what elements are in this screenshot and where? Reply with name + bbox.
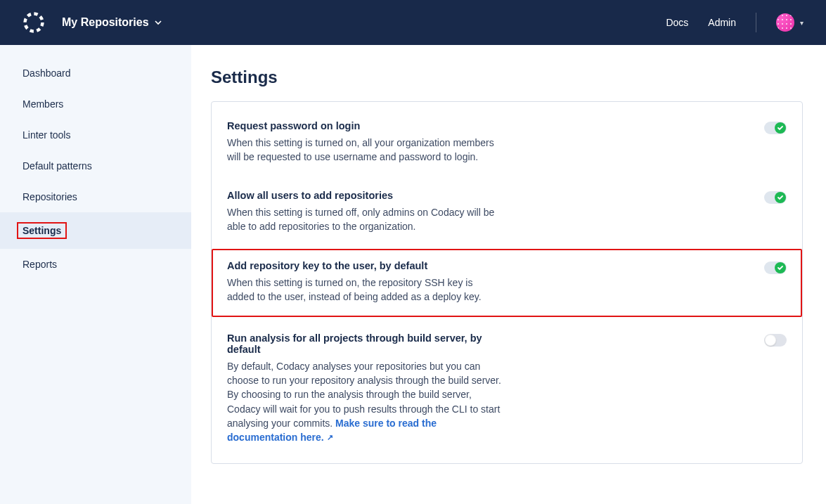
topbar-right: Docs Admin ▾ (666, 13, 804, 32)
main-content: Settings Request password on login When … (191, 45, 826, 504)
sidebar-item-settings[interactable]: Settings (0, 212, 191, 249)
page-title: Settings (211, 67, 806, 87)
setting-title: Allow all users to add repositories (227, 190, 501, 201)
toggle-knob (765, 335, 776, 346)
sidebar: Dashboard Members Linter tools Default p… (0, 45, 191, 504)
setting-title: Run analysis for all projects through bu… (227, 332, 501, 355)
repo-switcher-label: My Repositories (62, 16, 149, 29)
sidebar-item-repositories[interactable]: Repositories (0, 181, 191, 212)
sidebar-item-default-patterns[interactable]: Default patterns (0, 150, 191, 181)
setting-allow-add-repos: Allow all users to add repositories When… (212, 177, 802, 247)
toggle-request-password[interactable] (764, 122, 787, 134)
svg-point-0 (25, 14, 43, 32)
toggle-knob (775, 262, 786, 273)
user-menu[interactable]: ▾ (776, 13, 804, 32)
chevron-down-icon (155, 19, 162, 26)
setting-description: By default, Codacy analyses your reposit… (227, 359, 501, 445)
repo-switcher[interactable]: My Repositories (62, 16, 162, 29)
check-icon (777, 194, 784, 201)
setting-body: Request password on login When this sett… (227, 120, 501, 164)
sidebar-item-linter-tools[interactable]: Linter tools (0, 119, 191, 150)
toggle-repo-key[interactable] (764, 261, 787, 274)
setting-description: When this setting is turned on, the repo… (227, 276, 501, 304)
external-link-icon: ↗ (327, 434, 333, 442)
layout: Dashboard Members Linter tools Default p… (0, 45, 826, 504)
nav-docs-link[interactable]: Docs (666, 17, 688, 28)
topbar-left: My Repositories (22, 11, 162, 34)
setting-description: When this setting is turned on, all your… (227, 136, 501, 164)
sidebar-item-label: Settings (17, 222, 67, 239)
setting-body: Add repository key to the user, by defau… (227, 260, 501, 304)
check-icon (777, 124, 784, 131)
settings-card: Request password on login When this sett… (211, 101, 803, 464)
topbar-divider (756, 13, 756, 32)
topbar: My Repositories Docs Admin ▾ (0, 0, 826, 45)
toggle-knob (775, 192, 786, 203)
app-logo-icon (22, 11, 45, 34)
setting-build-server: Run analysis for all projects through bu… (212, 320, 802, 458)
setting-repo-key-highlighted: Add repository key to the user, by defau… (212, 249, 802, 317)
setting-title: Add repository key to the user, by defau… (227, 260, 501, 271)
avatar-icon (776, 13, 794, 32)
chevron-down-icon: ▾ (800, 19, 804, 27)
setting-body: Allow all users to add repositories When… (227, 190, 501, 234)
check-icon (777, 264, 784, 271)
setting-request-password: Request password on login When this sett… (212, 108, 802, 177)
sidebar-item-reports[interactable]: Reports (0, 249, 191, 280)
toggle-allow-add-repos[interactable] (764, 191, 787, 204)
setting-description: When this setting is turned off, only ad… (227, 205, 501, 234)
toggle-build-server[interactable] (764, 334, 787, 347)
setting-body: Run analysis for all projects through bu… (227, 332, 501, 445)
setting-title: Request password on login (227, 120, 501, 131)
nav-admin-link[interactable]: Admin (708, 17, 736, 28)
toggle-knob (775, 122, 786, 134)
sidebar-item-members[interactable]: Members (0, 89, 191, 119)
sidebar-item-dashboard[interactable]: Dashboard (0, 58, 191, 89)
